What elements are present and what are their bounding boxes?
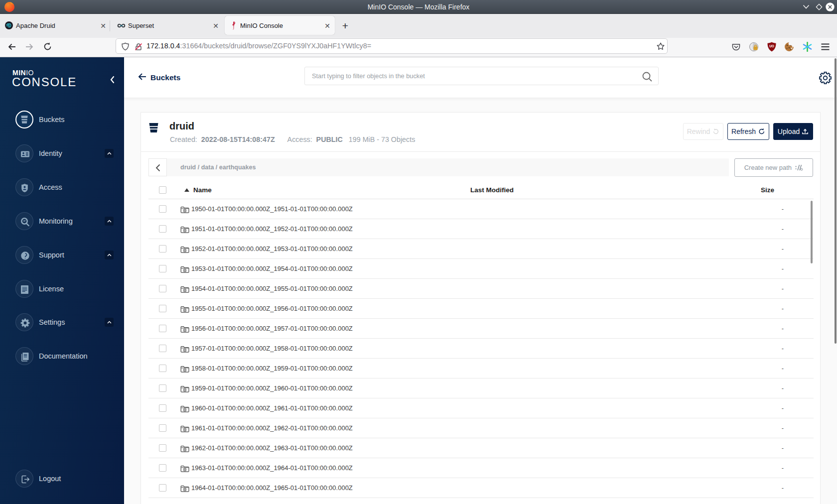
svg-text:UO: UO [769, 44, 774, 48]
